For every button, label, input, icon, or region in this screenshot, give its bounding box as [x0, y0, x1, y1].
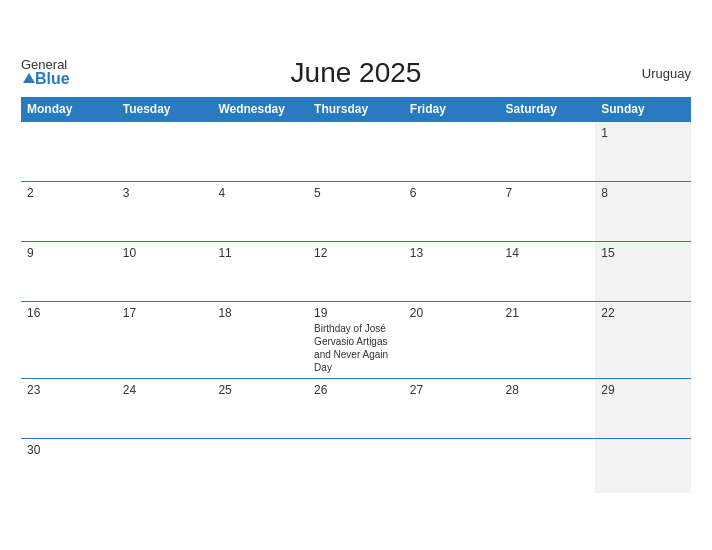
day-number: 29 — [601, 383, 685, 397]
calendar-cell: 28 — [500, 378, 596, 438]
calendar-cell: 15 — [595, 241, 691, 301]
calendar-cell: 2 — [21, 181, 117, 241]
brand-triangle-icon — [23, 73, 35, 83]
day-number: 27 — [410, 383, 494, 397]
calendar-cell: 26 — [308, 378, 404, 438]
calendar-cell: 3 — [117, 181, 213, 241]
weekday-header-friday: Friday — [404, 97, 500, 122]
calendar-cell: 1 — [595, 121, 691, 181]
calendar-cell: 7 — [500, 181, 596, 241]
day-number: 20 — [410, 306, 494, 320]
calendar-cell: 25 — [212, 378, 308, 438]
day-number: 9 — [27, 246, 111, 260]
day-number: 15 — [601, 246, 685, 260]
calendar-cell — [595, 438, 691, 493]
calendar-cell: 12 — [308, 241, 404, 301]
calendar-row-1: 2345678 — [21, 181, 691, 241]
weekday-header-thursday: Thursday — [308, 97, 404, 122]
day-number: 16 — [27, 306, 111, 320]
calendar-cell: 17 — [117, 301, 213, 378]
calendar-table: MondayTuesdayWednesdayThursdayFridaySatu… — [21, 97, 691, 494]
day-number: 1 — [601, 126, 685, 140]
calendar-cell — [21, 121, 117, 181]
day-number: 21 — [506, 306, 590, 320]
calendar-cell — [117, 438, 213, 493]
calendar-cell: 21 — [500, 301, 596, 378]
country-label: Uruguay — [642, 65, 691, 80]
calendar-cell: 4 — [212, 181, 308, 241]
day-number: 11 — [218, 246, 302, 260]
weekday-header-monday: Monday — [21, 97, 117, 122]
day-number: 14 — [506, 246, 590, 260]
day-number: 5 — [314, 186, 398, 200]
brand-blue-text: Blue — [21, 71, 70, 87]
day-number: 12 — [314, 246, 398, 260]
day-number: 6 — [410, 186, 494, 200]
day-number: 7 — [506, 186, 590, 200]
calendar-cell: 16 — [21, 301, 117, 378]
calendar-cell: 8 — [595, 181, 691, 241]
event-label: Birthday of José Gervasio Artigas and Ne… — [314, 322, 398, 374]
day-number: 22 — [601, 306, 685, 320]
calendar-cell — [404, 438, 500, 493]
calendar-cell: 22 — [595, 301, 691, 378]
calendar-title: June 2025 — [291, 57, 422, 89]
weekday-header-wednesday: Wednesday — [212, 97, 308, 122]
weekday-header-sunday: Sunday — [595, 97, 691, 122]
day-number: 10 — [123, 246, 207, 260]
day-number: 30 — [27, 443, 111, 457]
calendar-cell: 6 — [404, 181, 500, 241]
calendar-cell — [212, 121, 308, 181]
calendar-cell: 19Birthday of José Gervasio Artigas and … — [308, 301, 404, 378]
calendar-cell: 24 — [117, 378, 213, 438]
day-number: 23 — [27, 383, 111, 397]
calendar-cell: 20 — [404, 301, 500, 378]
calendar-cell — [308, 121, 404, 181]
calendar-header: General Blue June 2025 Uruguay — [21, 57, 691, 89]
calendar-cell — [308, 438, 404, 493]
calendar-cell: 14 — [500, 241, 596, 301]
calendar-cell: 5 — [308, 181, 404, 241]
day-number: 25 — [218, 383, 302, 397]
brand-logo: General Blue — [21, 58, 70, 87]
day-number: 28 — [506, 383, 590, 397]
calendar-cell: 23 — [21, 378, 117, 438]
calendar-cell: 13 — [404, 241, 500, 301]
weekday-header-row: MondayTuesdayWednesdayThursdayFridaySatu… — [21, 97, 691, 122]
day-number: 24 — [123, 383, 207, 397]
calendar-cell — [500, 121, 596, 181]
day-number: 8 — [601, 186, 685, 200]
day-number: 18 — [218, 306, 302, 320]
calendar-cell: 10 — [117, 241, 213, 301]
calendar-cell — [212, 438, 308, 493]
day-number: 3 — [123, 186, 207, 200]
calendar-cell: 30 — [21, 438, 117, 493]
weekday-header-tuesday: Tuesday — [117, 97, 213, 122]
calendar-row-0: 1 — [21, 121, 691, 181]
day-number: 17 — [123, 306, 207, 320]
day-number: 13 — [410, 246, 494, 260]
weekday-header-saturday: Saturday — [500, 97, 596, 122]
day-number: 26 — [314, 383, 398, 397]
calendar-cell: 9 — [21, 241, 117, 301]
calendar-row-4: 23242526272829 — [21, 378, 691, 438]
calendar-row-5: 30 — [21, 438, 691, 493]
day-number: 4 — [218, 186, 302, 200]
calendar-cell — [117, 121, 213, 181]
calendar-cell — [500, 438, 596, 493]
calendar-wrapper: General Blue June 2025 Uruguay MondayTue… — [11, 47, 701, 504]
calendar-cell — [404, 121, 500, 181]
calendar-cell: 27 — [404, 378, 500, 438]
day-number: 19 — [314, 306, 398, 320]
calendar-cell: 29 — [595, 378, 691, 438]
calendar-row-2: 9101112131415 — [21, 241, 691, 301]
day-number: 2 — [27, 186, 111, 200]
calendar-cell: 18 — [212, 301, 308, 378]
calendar-row-3: 16171819Birthday of José Gervasio Artiga… — [21, 301, 691, 378]
calendar-cell: 11 — [212, 241, 308, 301]
